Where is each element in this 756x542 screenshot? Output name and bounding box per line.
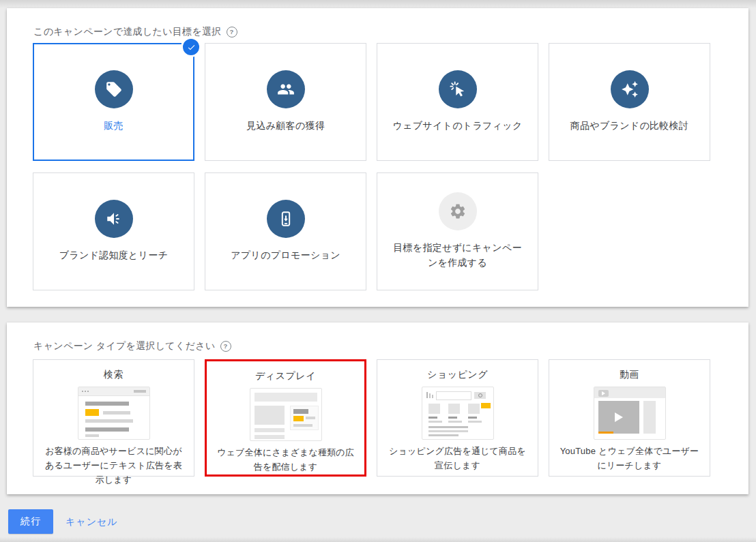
goal-card-label: アプリのプロモーション (216, 248, 355, 263)
tag-icon (95, 70, 133, 108)
goal-card-website-traffic[interactable]: ウェブサイトのトラフィック (377, 43, 538, 161)
goal-card-label: 商品やブランドの比較検討 (555, 119, 704, 134)
cursor-click-icon (439, 70, 477, 108)
phone-download-icon (267, 200, 305, 238)
type-section-title: キャンペーン タイプを選択してください ? (33, 340, 231, 352)
goal-card-label: 見込み顧客の獲得 (231, 119, 340, 134)
cancel-link[interactable]: キャンセル (66, 516, 118, 528)
help-icon[interactable]: ? (227, 27, 237, 37)
type-card-title: ショッピング (427, 369, 488, 381)
sparkles-icon (611, 70, 649, 108)
goal-card-consideration[interactable]: 商品やブランドの比較検討 (549, 43, 710, 161)
goal-card-brand-awareness[interactable]: ブランド認知度とリーチ (33, 172, 194, 290)
goal-card-label: 目標を指定せずにキャンペーンを作成する (377, 241, 538, 270)
type-card-description: YouTube とウェブ全体でユーザーにリーチします (549, 445, 710, 473)
type-card-search[interactable]: 検索 お客様の商品やサービスに関心があるユーザーにテキスト広告を表示します (33, 359, 194, 477)
type-card-video[interactable]: 動画 YouTube とウェブ全体でユーザーにリーチします (549, 359, 710, 477)
type-card-shopping[interactable]: ショッピング ショッピング広告を通じて商品を宣伝します (377, 359, 538, 477)
gear-icon (439, 192, 477, 230)
goal-card-label: ブランド認知度とリーチ (44, 248, 184, 263)
type-card-description: ショッピング広告を通じて商品を宣伝します (377, 445, 538, 473)
help-icon[interactable]: ? (220, 341, 231, 352)
goal-section-title-text: このキャンペーンで達成したい目標を選択 (33, 26, 222, 38)
play-icon (615, 412, 623, 422)
play-badge-icon (598, 390, 609, 397)
shopping-campaign-illustration (422, 387, 494, 440)
display-campaign-illustration (250, 388, 322, 441)
type-card-title: 動画 (620, 369, 639, 381)
type-section-title-text: キャンペーン タイプを選択してください (33, 340, 216, 352)
selected-check-icon (181, 37, 201, 57)
goal-card-label: ウェブサイトのトラフィック (377, 119, 537, 134)
goal-selection-panel: このキャンペーンで達成したい目標を選択 ? 販売 見込み顧客の獲得 (7, 8, 748, 307)
goal-card-leads[interactable]: 見込み顧客の獲得 (205, 43, 366, 161)
type-card-display[interactable]: ディスプレイ ウェブ全体にさまざまな種類の広告を配信します (205, 359, 366, 477)
goal-card-app-promotion[interactable]: アプリのプロモーション (205, 172, 366, 290)
type-card-title: ディスプレイ (255, 370, 316, 382)
goal-card-sales[interactable]: 販売 (33, 43, 194, 161)
campaign-type-panel: キャンペーン タイプを選択してください ? 検索 お客様の商品やサービスに関心が… (7, 322, 748, 494)
type-card-description: お客様の商品やサービスに関心があるユーザーにテキスト広告を表示します (33, 445, 194, 487)
speaker-icon (95, 200, 133, 238)
goal-card-label: 販売 (89, 119, 139, 134)
goal-card-no-goal[interactable]: 目標を指定せずにキャンペーンを作成する (377, 172, 538, 290)
type-card-description: ウェブ全体にさまざまな種類の広告を配信します (207, 446, 364, 475)
goal-section-title: このキャンペーンで達成したい目標を選択 ? (33, 26, 237, 38)
search-campaign-illustration (78, 387, 150, 440)
video-campaign-illustration (594, 387, 666, 440)
continue-button[interactable]: 続行 (8, 509, 53, 534)
type-card-title: 検索 (104, 369, 123, 381)
people-icon (267, 70, 305, 108)
